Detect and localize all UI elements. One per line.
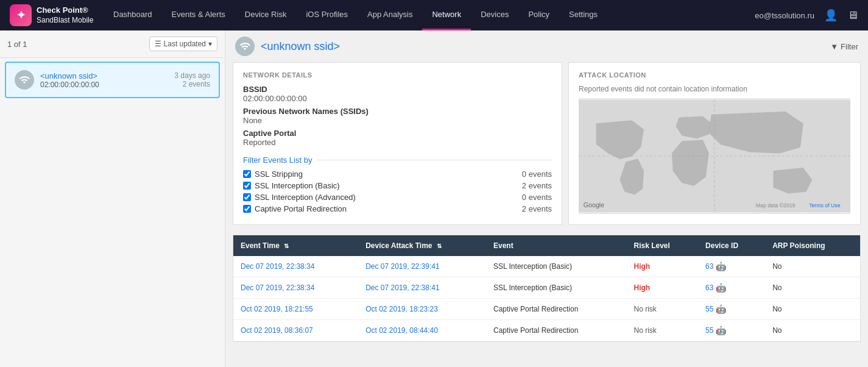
right-panel: <unknown ssid> ▼ Filter NETWORK DETAILS … bbox=[225, 30, 868, 367]
filter-captive-portal-label: Captive Portal Redirection bbox=[255, 204, 518, 213]
nav-network[interactable]: Network bbox=[422, 0, 471, 30]
nav-app-analysis[interactable]: App Analysis bbox=[358, 0, 422, 30]
captive-portal-label: Captive Portal bbox=[243, 129, 552, 138]
wifi-icon bbox=[15, 70, 34, 90]
cell-arp: No bbox=[765, 299, 860, 320]
filter-ssl-basic-checkbox[interactable] bbox=[243, 182, 251, 190]
cell-device-attack-time[interactable]: Oct 02 2019, 18:23:23 bbox=[358, 299, 486, 320]
table-header-row: Event Time ⇅ Device Attack Time ⇅ Event … bbox=[233, 235, 860, 256]
table-row: Oct 02 2019, 08:36:07 Oct 02 2019, 08:44… bbox=[233, 320, 860, 341]
device-id-link[interactable]: 63 bbox=[705, 262, 713, 271]
nav-ios-profiles[interactable]: iOS Profiles bbox=[296, 0, 358, 30]
nav-settings[interactable]: Settings bbox=[559, 0, 607, 30]
cell-device-id: 55 🤖 bbox=[698, 299, 765, 320]
logo-text: Check Point® SandBlast Mobile bbox=[37, 5, 93, 25]
cell-device-attack-time[interactable]: Oct 02 2019, 08:44:40 bbox=[358, 320, 486, 341]
sort-event-time-icon[interactable]: ⇅ bbox=[284, 243, 289, 249]
network-time-ago: 3 days ago bbox=[174, 71, 210, 80]
col-arp-poisoning: ARP Poisoning bbox=[765, 235, 860, 256]
cell-risk-level: No risk bbox=[626, 320, 698, 341]
filter-ssl-advanced: SSL Interception (Advanced) 0 events bbox=[243, 193, 552, 202]
android-icon: 🤖 bbox=[716, 326, 726, 335]
network-mac: 02:00:00:00:00:00 bbox=[40, 80, 168, 89]
table-row: Dec 07 2019, 22:38:34 Dec 07 2019, 22:39… bbox=[233, 256, 860, 277]
left-panel: 1 of 1 ☰ Last updated ▾ <unknown ssid> 0… bbox=[0, 30, 225, 367]
map-placeholder: Google Map data ©2019 Terms of Use bbox=[579, 98, 850, 214]
filter-ssl-stripping-label: SSL Stripping bbox=[255, 169, 518, 179]
user-email: eo@tssolution.ru bbox=[755, 11, 814, 20]
right-header: <unknown ssid> ▼ Filter bbox=[225, 30, 868, 62]
user-icon[interactable]: 👤 bbox=[824, 9, 838, 22]
cell-event-time[interactable]: Oct 02 2019, 08:36:07 bbox=[233, 320, 358, 341]
android-icon: 🤖 bbox=[716, 304, 726, 314]
col-event-time: Event Time ⇅ bbox=[233, 235, 358, 256]
android-icon: 🤖 bbox=[716, 283, 726, 293]
sort-control[interactable]: ☰ Last updated ▾ bbox=[149, 37, 217, 51]
nav-dashboard[interactable]: Dashboard bbox=[104, 0, 162, 30]
top-navigation: ✦ Check Point® SandBlast Mobile Dashboar… bbox=[0, 0, 868, 30]
filter-ssl-basic: SSL Interception (Basic) 2 events bbox=[243, 181, 552, 190]
notifications-icon[interactable]: 🖥 bbox=[847, 9, 858, 22]
cell-event-time[interactable]: Dec 07 2019, 22:38:34 bbox=[233, 256, 358, 277]
filter-icon: ▼ bbox=[830, 42, 838, 51]
filter-button[interactable]: ▼ Filter bbox=[830, 42, 858, 51]
filter-ssl-advanced-checkbox[interactable] bbox=[243, 193, 251, 201]
device-id-link[interactable]: 55 bbox=[705, 326, 713, 335]
network-details-title: NETWORK DETAILS bbox=[243, 71, 552, 79]
map-no-data-text: Reported events did not contain location… bbox=[579, 85, 850, 93]
attack-location-title: ATTACK LOCATION bbox=[579, 71, 850, 79]
prev-ssid-label: Previous Network Names (SSIDs) bbox=[243, 107, 552, 116]
detail-network-name: <unknown ssid> bbox=[261, 40, 340, 53]
events-data-table: Event Time ⇅ Device Attack Time ⇅ Event … bbox=[233, 235, 860, 341]
network-name: <unknown ssid> bbox=[40, 71, 168, 80]
detail-wifi-icon bbox=[235, 37, 255, 56]
filter-captive-portal-checkbox[interactable] bbox=[243, 205, 251, 213]
cell-event: SSL Interception (Basic) bbox=[486, 256, 627, 277]
network-list-item[interactable]: <unknown ssid> 02:00:00:00:00:00 3 days … bbox=[5, 62, 220, 98]
nav-events-alerts[interactable]: Events & Alerts bbox=[162, 0, 235, 30]
network-details-card: NETWORK DETAILS BSSID 02:00:00:00:00:00 … bbox=[233, 62, 562, 225]
nav-devices[interactable]: Devices bbox=[471, 0, 518, 30]
filter-ssl-advanced-label: SSL Interception (Advanced) bbox=[255, 193, 518, 202]
top-section: NETWORK DETAILS BSSID 02:00:00:00:00:00 … bbox=[233, 62, 861, 225]
table-row: Oct 02 2019, 18:21:55 Oct 02 2019, 18:23… bbox=[233, 299, 860, 320]
filter-events-title: Filter Events List by bbox=[243, 155, 552, 165]
col-device-attack-time: Device Attack Time ⇅ bbox=[358, 235, 486, 256]
svg-text:Terms of Use: Terms of Use bbox=[809, 202, 841, 208]
network-list: <unknown ssid> 02:00:00:00:00:00 3 days … bbox=[0, 58, 225, 102]
filter-ssl-stripping-count: 0 events bbox=[522, 169, 552, 179]
cell-arp: No bbox=[765, 320, 860, 341]
cell-event-time[interactable]: Oct 02 2019, 18:21:55 bbox=[233, 299, 358, 320]
cell-device-attack-time[interactable]: Dec 07 2019, 22:38:41 bbox=[358, 277, 486, 299]
prev-ssid-value: None bbox=[243, 116, 552, 125]
android-icon: 🤖 bbox=[716, 262, 726, 271]
cell-event: Captive Portal Redirection bbox=[486, 320, 627, 341]
svg-text:Map data ©2019: Map data ©2019 bbox=[756, 202, 796, 208]
sort-icon: ☰ bbox=[155, 40, 161, 48]
device-id-link[interactable]: 63 bbox=[705, 283, 713, 292]
nav-right: eo@tssolution.ru 👤 🖥 bbox=[745, 0, 868, 30]
svg-text:Google: Google bbox=[584, 201, 604, 208]
cell-event: SSL Interception (Basic) bbox=[486, 277, 627, 299]
main-layout: 1 of 1 ☰ Last updated ▾ <unknown ssid> 0… bbox=[0, 30, 868, 367]
cell-event-time[interactable]: Dec 07 2019, 22:38:34 bbox=[233, 277, 358, 299]
nav-policy[interactable]: Policy bbox=[518, 0, 559, 30]
device-id-link[interactable]: 55 bbox=[705, 305, 713, 313]
filter-captive-portal: Captive Portal Redirection 2 events bbox=[243, 204, 552, 213]
filter-ssl-basic-label: SSL Interception (Basic) bbox=[255, 181, 518, 190]
table-wrapper: Event Time ⇅ Device Attack Time ⇅ Event … bbox=[233, 235, 860, 341]
filter-ssl-stripping-checkbox[interactable] bbox=[243, 170, 251, 178]
bssid-label: BSSID bbox=[243, 85, 552, 94]
cell-device-attack-time[interactable]: Dec 07 2019, 22:39:41 bbox=[358, 256, 486, 277]
network-events-count: 2 events bbox=[174, 80, 210, 88]
filter-captive-portal-count: 2 events bbox=[522, 204, 552, 213]
cell-device-id: 63 🤖 bbox=[698, 256, 765, 277]
nav-device-risk[interactable]: Device Risk bbox=[235, 0, 297, 30]
captive-portal-value: Reported bbox=[243, 138, 552, 147]
cell-arp: No bbox=[765, 256, 860, 277]
cell-risk-level: High bbox=[626, 277, 698, 299]
bssid-value: 02:00:00:00:00:00 bbox=[243, 94, 552, 103]
logo: ✦ Check Point® SandBlast Mobile bbox=[0, 0, 104, 30]
content-area: NETWORK DETAILS BSSID 02:00:00:00:00:00 … bbox=[225, 62, 868, 367]
sort-device-attack-time-icon[interactable]: ⇅ bbox=[437, 243, 442, 249]
